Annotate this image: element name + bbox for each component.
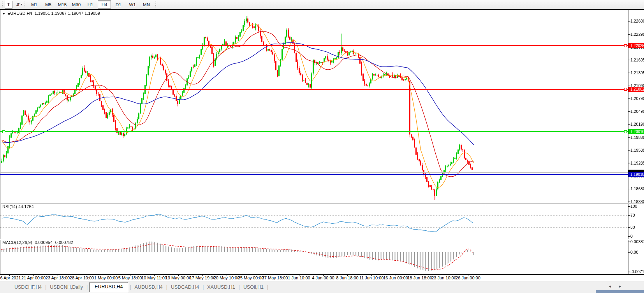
price-tick-label: 1.20490	[630, 109, 644, 114]
timeframe-button-w1[interactable]: W1	[126, 0, 139, 9]
price-tick-label: 1.18680	[630, 186, 644, 191]
time-axis-label: 23 Apr 18:00	[46, 275, 70, 280]
price-tick-label: 1.19585	[630, 148, 644, 153]
ohlc-low: 1.19047	[68, 11, 83, 16]
chart-tab-eurusd-h4[interactable]: EURUSD,H4	[89, 282, 128, 292]
chart-tab-usdchf-h4[interactable]: USDCHF,H4	[11, 283, 45, 291]
horizontal-line-1.22025[interactable]	[0, 45, 628, 46]
rsi-indicator-label: RSI(14) 44.1754	[2, 204, 34, 209]
chart-tab-usdcnh-daily[interactable]: USDCNH,Daily	[46, 283, 86, 291]
time-axis-label: 20 May 10:00	[214, 275, 240, 280]
text-tool-button[interactable]: T	[5, 1, 12, 9]
tab-separator: |	[267, 284, 268, 290]
mt4-window: T ⇵ ▾ M1M5M15M30H1H4D1W1MN ▼EURUSD,H4 1.…	[0, 0, 644, 293]
time-axis-label: 18 Jun 18:00	[407, 275, 432, 280]
time-axis-label: 13 May 00:00	[165, 275, 192, 280]
rsi-tick-label: 30	[630, 225, 644, 230]
time-axis-label: 16 Apr 2021	[0, 275, 21, 280]
time-axis[interactable]: 16 Apr 202121 Apr 00:0023 Apr 18:0028 Ap…	[0, 275, 644, 281]
price-tick-label: 1.22600	[630, 19, 644, 24]
time-axis-label: 17 May 19:00	[190, 275, 216, 280]
time-axis-label: 16 Jun 00:00	[383, 275, 408, 280]
price-line-tag: 1.22025	[628, 43, 644, 48]
horizontal-line-1.20010[interactable]	[0, 131, 628, 132]
timeframe-button-h1[interactable]: H1	[84, 0, 97, 9]
price-chart-canvas[interactable]	[0, 9, 644, 275]
line-handle-right[interactable]	[624, 130, 627, 133]
time-axis-label: 26 Jun 00:00	[456, 275, 480, 280]
chart-tab-usdcad-h4[interactable]: USDCAD,H4	[167, 283, 202, 291]
price-tick-label: 1.20190	[630, 122, 644, 127]
time-axis-label: 4 Jun 00:00	[312, 275, 334, 280]
timeframe-toolbar: M1M5M15M30H1H4D1W1MN	[27, 0, 153, 9]
ohlc-close: 1.19059	[84, 11, 100, 16]
macd-indicator-label: MACD(12,26,9) -0.000954 -0.000782	[2, 240, 73, 245]
price-line-tag: 1.21002	[628, 87, 644, 92]
timeframe-button-mn[interactable]: MN	[140, 0, 153, 9]
chart-title: ▼EURUSD,H4 1.19051 1.19067 1.19047 1.190…	[2, 11, 100, 16]
arrows-icon: ⇵	[16, 2, 20, 7]
price-tick-label: 1.20790	[630, 96, 644, 101]
toolbar-separator	[25, 2, 25, 7]
time-axis-label: 8 Jun 18:00	[336, 275, 359, 280]
price-tick-label: 1.21695	[630, 58, 644, 63]
chevron-down-icon: ▾	[21, 3, 22, 6]
timeframe-button-m1[interactable]: M1	[28, 0, 41, 9]
macd-tick-label: 0.003873	[630, 239, 644, 244]
macd-tick-label: -0.007195	[630, 269, 644, 274]
horizontal-line-1.19060[interactable]	[0, 172, 628, 173]
collapse-arrow-icon[interactable]: ▼	[2, 12, 5, 16]
chart-tab-audusd-h4[interactable]: AUDUSD,H4	[131, 283, 166, 291]
chart-tab-usoil-h1[interactable]: USOil,H1	[240, 283, 267, 291]
ohlc-high: 1.19067	[51, 11, 67, 16]
time-axis-label: 28 Apr 10:00	[70, 275, 94, 280]
horizontal-line-1.21002[interactable]	[0, 89, 628, 90]
horizontal-line-1.19018[interactable]	[0, 174, 628, 175]
chart-tab-xauusd-h1[interactable]: XAUUSD,H1	[204, 283, 239, 291]
status-strip	[596, 290, 644, 293]
tab-scroll-left-icon[interactable]: ◄	[608, 284, 612, 288]
time-axis-label: 21 Apr 00:00	[21, 275, 46, 280]
timeframe-button-d1[interactable]: D1	[112, 0, 125, 9]
ohlc-open: 1.19051	[35, 11, 50, 16]
toolbar: T ⇵ ▾ M1M5M15M30H1H4D1W1MN	[0, 0, 644, 9]
rsi-tick-label: 0	[630, 234, 644, 239]
time-axis-label: 10 May 11:00	[141, 275, 167, 280]
time-axis-label: 25 May 00:00	[238, 275, 264, 280]
price-tick-label: 1.19285	[630, 161, 644, 166]
time-axis-label: 27 May 18:00	[262, 275, 288, 280]
timeframe-button-m30[interactable]: M30	[70, 0, 83, 9]
rsi-tick-label: 70	[630, 213, 644, 218]
time-axis-label: 1 Jun 10:00	[288, 275, 310, 280]
timeframe-button-m5[interactable]: M5	[42, 0, 55, 9]
time-axis-label: 5 May 18:00	[118, 275, 142, 280]
price-line-tag: 1.20010	[628, 129, 644, 134]
symbol-label: EURUSD,H4	[7, 11, 32, 16]
time-axis-label: 23 Jun 10:00	[431, 275, 456, 280]
time-axis-label: 11 Jun 10:00	[359, 275, 384, 280]
price-tick-label: 1.21395	[630, 70, 644, 75]
chart-tabs-bar: ◄ ► USDCHF,H4|USDCNH,Daily|EURUSD,H4|AUD…	[0, 281, 644, 293]
time-axis-label: 1 May 00:00	[94, 275, 118, 280]
rsi-tick-label: 100	[630, 204, 644, 209]
price-tick-label: 1.19885	[630, 135, 644, 140]
object-tool-button[interactable]: ⇵ ▾	[16, 1, 23, 8]
price-tick-label: 1.22295	[630, 32, 644, 37]
toolbar-separator-2	[155, 2, 156, 7]
line-handle-left[interactable]	[2, 130, 5, 133]
price-line-tag: 1.19018	[628, 172, 644, 177]
line-handle-right[interactable]	[624, 44, 627, 47]
macd-tick-label: 0.00	[630, 250, 644, 255]
timeframe-button-h4[interactable]: H4	[98, 0, 111, 9]
line-handle-right[interactable]	[624, 88, 627, 91]
tab-scroll-right-icon[interactable]: ►	[618, 284, 622, 288]
tab-separator: |	[86, 284, 88, 290]
toolbar-grip	[2, 2, 3, 7]
timeframe-button-m15[interactable]: M15	[56, 0, 69, 9]
